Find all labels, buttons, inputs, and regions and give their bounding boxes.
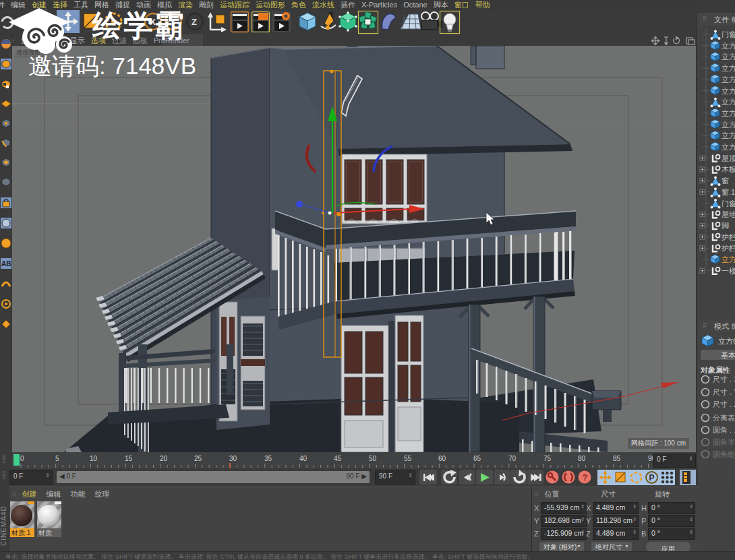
svg-text:立方体: 立方体 bbox=[722, 143, 735, 151]
svg-text:护栏1: 护栏1 bbox=[722, 244, 735, 252]
svg-text:立方体: 立方体 bbox=[718, 337, 735, 345]
svg-text:门窗: 门窗 bbox=[722, 199, 735, 208]
svg-text:5: 5 bbox=[55, 455, 59, 462]
svg-text:护栏1: 护栏1 bbox=[722, 233, 735, 241]
svg-text:?: ? bbox=[583, 472, 588, 483]
svg-text:20: 20 bbox=[160, 455, 168, 462]
svg-text:立方体: 立方体 bbox=[722, 255, 735, 263]
svg-text:AB: AB bbox=[1, 260, 11, 268]
svg-text:15: 15 bbox=[125, 455, 133, 462]
svg-text:门窗: 门窗 bbox=[722, 30, 735, 38]
svg-text:0: 0 bbox=[20, 455, 24, 462]
svg-text:立方体: 立方体 bbox=[722, 64, 735, 72]
svg-text:屋地面: 屋地面 bbox=[722, 210, 735, 218]
svg-text:脚: 脚 bbox=[722, 222, 729, 230]
svg-text:立方体: 立方体 bbox=[722, 109, 735, 117]
svg-text:立方体: 立方体 bbox=[722, 75, 735, 84]
svg-text:55: 55 bbox=[404, 455, 412, 462]
svg-text:窗.1: 窗.1 bbox=[722, 188, 735, 196]
svg-text:分离表面: 分离表面 bbox=[713, 414, 735, 422]
svg-text:尺寸 . Z: 尺寸 . Z bbox=[713, 400, 735, 408]
svg-text:材质.1: 材质.1 bbox=[11, 529, 31, 536]
svg-text:屋顶: 屋顶 bbox=[722, 154, 735, 162]
svg-text:基本: 基本 bbox=[721, 351, 735, 359]
svg-text:立方体: 立方体 bbox=[722, 42, 735, 50]
svg-text:材质: 材质 bbox=[38, 529, 52, 536]
svg-text:75: 75 bbox=[543, 455, 552, 462]
svg-text:60: 60 bbox=[438, 455, 446, 462]
svg-text:一楼地: 一楼地 bbox=[722, 267, 735, 275]
svg-text:35: 35 bbox=[264, 455, 272, 462]
svg-text:80: 80 bbox=[578, 455, 586, 462]
svg-text:立方体: 立方体 bbox=[722, 131, 735, 139]
svg-text:圆角半径: 圆角半径 bbox=[713, 438, 735, 446]
svg-text:尺寸 . X: 尺寸 . X bbox=[713, 375, 735, 383]
svg-text:70: 70 bbox=[508, 455, 517, 462]
svg-text:10: 10 bbox=[90, 455, 98, 462]
svg-text:木板: 木板 bbox=[722, 165, 735, 173]
svg-text:立方体: 立方体 bbox=[722, 121, 735, 129]
svg-text:50: 50 bbox=[369, 455, 377, 462]
svg-text:40: 40 bbox=[299, 455, 307, 462]
svg-text:立方体: 立方体 bbox=[722, 87, 735, 95]
svg-text:圆角细分: 圆角细分 bbox=[713, 450, 735, 458]
svg-text:85: 85 bbox=[613, 455, 621, 462]
svg-text:尺寸 . Y: 尺寸 . Y bbox=[713, 388, 735, 396]
svg-text:30: 30 bbox=[229, 455, 237, 462]
svg-text:窗: 窗 bbox=[722, 177, 729, 185]
svg-text:圆角 . . .: 圆角 . . . bbox=[713, 426, 735, 434]
svg-text:P: P bbox=[649, 473, 655, 483]
svg-text:立方体: 立方体 bbox=[722, 53, 735, 61]
svg-text:对象属性: 对象属性 bbox=[700, 366, 730, 374]
svg-text:立方体: 立方体 bbox=[722, 98, 735, 106]
svg-text:65: 65 bbox=[473, 455, 481, 462]
svg-text:45: 45 bbox=[334, 455, 342, 462]
svg-text:25: 25 bbox=[194, 455, 202, 462]
